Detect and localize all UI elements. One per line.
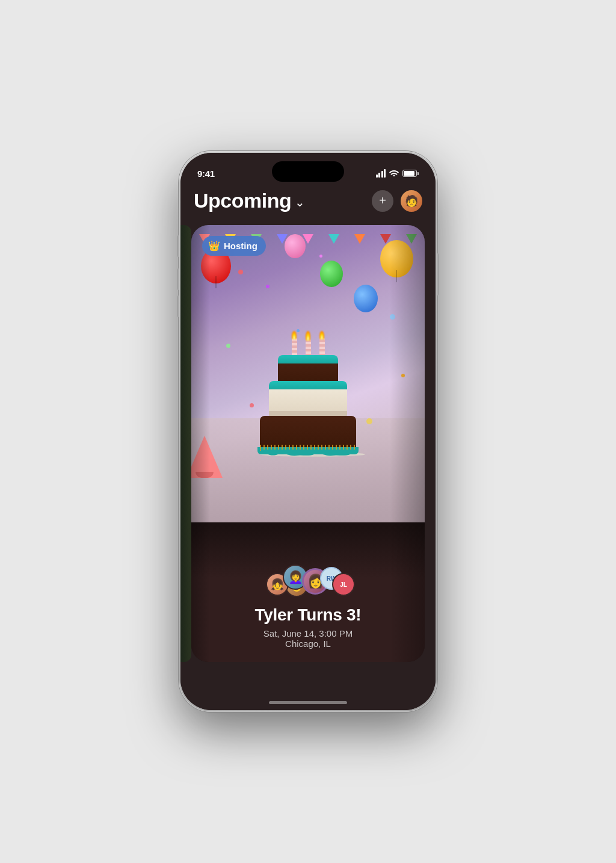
event-location: Chicago, IL bbox=[285, 639, 331, 649]
event-datetime: Sat, June 14, 3:00 PM bbox=[263, 628, 353, 639]
header-actions: + 🧑 bbox=[372, 190, 422, 212]
event-card[interactable]: 👑 Hosting 👧 👩‍🦱 bbox=[191, 225, 425, 662]
add-event-button[interactable]: + bbox=[372, 190, 393, 212]
phone-screen: 9:41 bbox=[180, 153, 436, 710]
app-header: Upcoming ⌄ + 🧑 bbox=[180, 189, 436, 212]
event-card-info: 👧 👩‍🦱 👩 👴 RW bbox=[191, 522, 425, 662]
hosting-label: Hosting bbox=[224, 241, 257, 251]
event-card-image: 👑 Hosting bbox=[191, 225, 425, 522]
cake-bottom-tier bbox=[260, 416, 356, 451]
cake-middle-tier bbox=[269, 386, 347, 416]
wifi-icon bbox=[389, 169, 399, 178]
user-avatar-button[interactable]: 🧑 bbox=[401, 190, 422, 212]
dynamic-island bbox=[272, 161, 344, 182]
page-title: Upcoming bbox=[194, 189, 291, 212]
home-indicator[interactable] bbox=[269, 701, 347, 704]
header-title-group[interactable]: Upcoming ⌄ bbox=[194, 189, 305, 212]
crown-icon: 👑 bbox=[208, 240, 220, 252]
party-hat-left bbox=[191, 436, 223, 478]
side-card-left bbox=[180, 225, 191, 662]
birthday-cake bbox=[260, 331, 356, 457]
hosting-badge: 👑 Hosting bbox=[202, 236, 266, 256]
phone-device: 9:41 bbox=[179, 151, 437, 712]
event-title: Tyler Turns 3! bbox=[255, 605, 362, 625]
attendee-avatar-6: JL bbox=[332, 573, 355, 596]
status-time: 9:41 bbox=[197, 169, 215, 179]
attendee-avatars: 👧 👩‍🦱 👩 👴 RW bbox=[254, 565, 362, 597]
status-icons bbox=[376, 169, 419, 178]
balloon-blue bbox=[354, 285, 378, 312]
screen-content: 9:41 bbox=[180, 153, 436, 710]
battery-icon bbox=[402, 170, 419, 177]
signal-icon bbox=[376, 169, 386, 178]
chevron-down-icon[interactable]: ⌄ bbox=[295, 195, 305, 209]
